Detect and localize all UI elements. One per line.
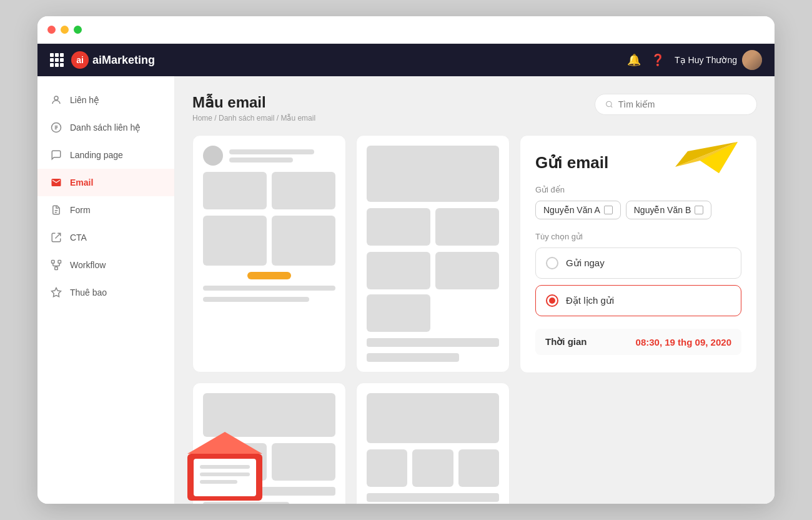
content-row: Gửi email Gửi đến Nguyễn Văn A Nguyễn Vă… [192,135,757,504]
svg-marker-11 [187,432,262,454]
card-1-avatar [203,146,223,166]
sidebar-label-contact-list: Danh sách liên hệ [70,122,141,132]
logo-text: aiMarketing [92,54,155,67]
dot-red[interactable] [47,26,56,34]
card-1-line-1 [229,149,314,154]
help-icon[interactable]: ❓ [651,53,665,67]
time-row: Thời gian 08:30, 19 thg 09, 2020 [535,329,741,355]
paper-plane-decoration [669,129,744,179]
svg-line-6 [611,106,612,107]
card-2-block-3 [367,252,430,289]
cta-icon [50,231,62,244]
send-options: Gửi ngay Đặt lịch gửi [535,248,741,316]
topbar-left: ai aiMarketing [50,51,155,69]
sidebar-item-contact-list[interactable]: Danh sách liên hệ [37,114,174,141]
svg-rect-2 [52,261,55,264]
recipient-tag-1[interactable]: Nguyễn Văn A [535,201,621,219]
send-to-label: Gửi đến [535,185,741,194]
option-schedule[interactable]: Đặt lịch gửi [535,285,741,316]
sidebar-item-cta[interactable]: CTA [37,224,174,251]
option-schedule-label: Đặt lịch gửi [566,295,614,306]
app-container: Liên hệ Danh sách liên hệ Landing page [37,76,775,504]
header-left: Mẫu email Home / Danh sách email / Mẫu e… [192,94,315,122]
radio-send-now [546,257,558,269]
notification-icon[interactable]: 🔔 [627,53,641,67]
avatar [742,50,762,70]
svg-rect-14 [200,472,250,476]
remove-recipient-2[interactable] [695,206,703,214]
sidebar-label-email: Email [70,178,93,188]
sidebar-item-workflow[interactable]: Workflow [37,251,174,279]
radio-schedule [546,294,558,307]
sidebar-label-cta: CTA [70,232,87,242]
card-1-block-2 [272,172,335,209]
card-4-line-1 [367,493,499,502]
card-2-blocks-2 [367,252,499,332]
card-4-block-2 [412,449,453,487]
breadcrumb: Home / Danh sách email / Mẫu email [192,114,315,122]
card-1-lines [229,149,335,162]
sidebar-item-contact[interactable]: Liên hệ [37,86,174,114]
card-4-block-3 [458,449,499,487]
svg-point-5 [607,101,611,106]
recipient-tag-2[interactable]: Nguyễn Văn B [626,201,712,219]
card-2-blocks-1 [367,208,499,246]
user-name: Tạ Huy Thường [675,55,737,65]
svg-rect-13 [200,465,250,469]
dot-green[interactable] [74,26,82,34]
remove-recipient-1[interactable] [604,206,613,214]
template-card-2[interactable] [356,135,510,372]
svg-rect-4 [55,267,58,270]
page-title: Mẫu email [192,94,315,111]
card-2-block-4 [435,252,499,289]
sidebar-item-landing[interactable]: Landing page [37,141,174,169]
search-box[interactable] [595,94,757,115]
option-send-now[interactable]: Gửi ngay [535,248,741,279]
template-card-1[interactable] [192,135,346,372]
app-window: ai aiMarketing 🔔 ❓ Tạ Huy Thường [37,16,775,504]
card-3-block-2 [272,443,335,481]
logo-icon: ai [71,51,89,69]
svg-point-0 [54,96,58,100]
card-2-line-2 [367,353,459,362]
card-1-block-4 [272,216,335,266]
card-1-blocks-2 [203,216,335,266]
card-2-block-5 [367,294,430,332]
avatar-image [742,50,762,70]
sidebar-label-subscription: Thuê bao [70,288,107,298]
sidebar-item-form[interactable]: Form [37,196,174,224]
sidebar-label-form: Form [70,205,91,215]
sidebar-label-contact: Liên hệ [70,95,99,105]
sidebar-item-email[interactable]: Email [37,169,174,196]
landing-icon [50,149,62,161]
card-1-line-2 [229,158,293,162]
card-1-header [203,146,335,166]
card-4-block-top [367,393,499,443]
main-content: Mẫu email Home / Danh sách email / Mẫu e… [175,76,775,504]
subscription-icon [50,286,62,299]
person-icon [50,94,62,106]
dot-yellow[interactable] [61,26,69,34]
topbar-right: 🔔 ❓ Tạ Huy Thường [627,50,762,70]
card-1-blocks [203,172,335,209]
time-value: 08:30, 19 thg 09, 2020 [636,337,731,348]
sidebar-label-workflow: Workflow [70,260,106,270]
grid-icon[interactable] [50,53,64,67]
logo: ai aiMarketing [71,51,155,69]
card-1-button [247,272,291,279]
svg-rect-12 [194,459,256,496]
card-2-block-top [367,146,499,202]
radio-schedule-inner [549,298,555,304]
sidebar-item-subscription[interactable]: Thuê bao [37,279,174,306]
card-2-block-2 [435,208,499,246]
user-info: Tạ Huy Thường [675,50,762,70]
workflow-icon [50,259,62,271]
card-1-footer-1 [203,286,335,291]
send-options-label: Tùy chọn gửi [535,232,741,241]
card-4-blocks [367,449,499,487]
template-card-4[interactable] [356,382,510,504]
envelope-decoration [181,429,269,504]
card-1-footer-2 [203,297,309,302]
sidebar: Liên hệ Danh sách liên hệ Landing page [37,76,175,504]
search-input[interactable] [618,99,746,109]
